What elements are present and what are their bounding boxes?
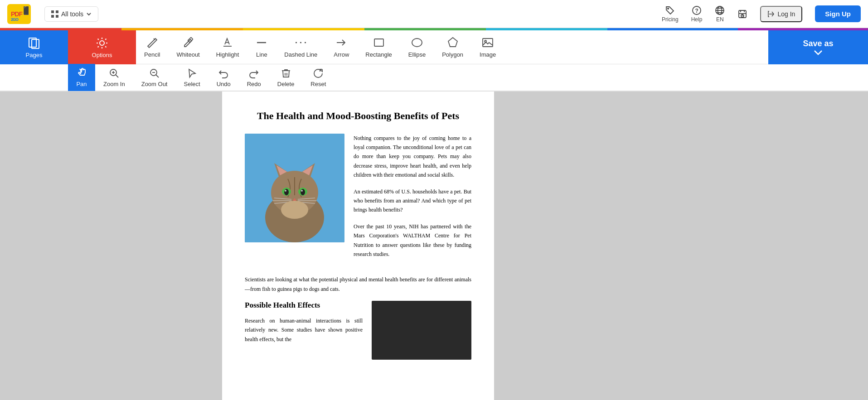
pricing-label: Pricing — [662, 16, 679, 23]
svg-point-52 — [285, 190, 286, 192]
pdf-bottom-section: Possible Health Effects Research on huma… — [245, 301, 471, 360]
redo-icon — [248, 68, 259, 79]
reset-button[interactable]: Reset — [302, 64, 334, 91]
svg-rect-5 — [56, 10, 58, 13]
pricing-nav[interactable]: Pricing — [662, 5, 679, 23]
pages-button[interactable]: Pages — [0, 30, 68, 64]
select-button[interactable]: Select — [175, 64, 208, 91]
pan-button[interactable]: Pan — [68, 64, 95, 91]
whiteout-button[interactable]: Whiteout — [168, 30, 208, 64]
options-button[interactable]: Options — [68, 30, 136, 64]
svg-point-8 — [668, 8, 669, 9]
svg-rect-7 — [56, 15, 58, 18]
svg-rect-6 — [51, 15, 54, 18]
rectangle-icon — [373, 36, 385, 49]
delete-icon — [281, 68, 291, 79]
zoom-in-label: Zoom In — [103, 81, 125, 87]
lang-label: EN — [716, 16, 724, 23]
login-icon — [767, 10, 775, 18]
main-area: The Health and Mood-Boosting Benefits of… — [0, 92, 868, 400]
redo-button[interactable]: Redo — [239, 64, 269, 91]
pdf-full-text: Scientists are looking at what the poten… — [245, 275, 471, 294]
svg-text:2GO: 2GO — [11, 17, 19, 22]
zoom-out-button[interactable]: Zoom Out — [133, 64, 176, 91]
svg-rect-4 — [51, 10, 54, 13]
delete-button[interactable]: Delete — [269, 64, 303, 91]
arrow-icon — [335, 36, 348, 49]
image-icon — [481, 36, 494, 49]
gear-icon — [95, 36, 109, 50]
dashed-line-button[interactable]: Dashed Line — [276, 30, 325, 64]
chevron-down-icon — [86, 11, 92, 17]
undo-button[interactable]: Undo — [209, 64, 239, 91]
sidebar-left — [0, 92, 222, 400]
help-nav[interactable]: ? Help — [691, 5, 703, 23]
line-label: Line — [256, 51, 267, 58]
highlight-label: Highlight — [216, 51, 239, 58]
all-tools-label: All tools — [61, 10, 83, 18]
select-icon — [187, 68, 198, 79]
svg-line-39 — [155, 74, 159, 77]
delete-label: Delete — [277, 81, 295, 87]
signup-button[interactable]: Sign Up — [815, 5, 861, 22]
zoom-in-icon — [109, 68, 120, 79]
reset-icon — [313, 68, 324, 79]
all-tools-button[interactable]: All tools — [44, 6, 98, 22]
pdf-title: The Health and Mood-Boosting Benefits of… — [245, 110, 471, 123]
save-as-button[interactable]: Save as — [768, 30, 868, 64]
svg-rect-30 — [374, 39, 383, 46]
highlight-button[interactable]: Highlight — [208, 30, 247, 64]
undo-icon — [218, 68, 229, 79]
redo-label: Redo — [247, 81, 261, 87]
save-as-label: Save as — [803, 39, 833, 48]
history-nav[interactable] — [737, 9, 747, 19]
svg-rect-16 — [739, 10, 746, 18]
svg-line-35 — [115, 74, 118, 77]
image-button[interactable]: Image — [471, 30, 504, 64]
ellipse-label: Ellipse — [408, 51, 426, 58]
svg-text:?: ? — [695, 8, 698, 14]
undo-label: Undo — [217, 81, 231, 87]
chevron-down-icon — [813, 49, 823, 56]
options-label: Options — [92, 52, 112, 58]
login-button[interactable]: Log In — [760, 6, 802, 22]
select-label: Select — [184, 81, 200, 87]
zoom-in-button[interactable]: Zoom In — [95, 64, 133, 91]
arrow-button[interactable]: Arrow — [325, 30, 357, 64]
pdf-text-left: Possible Health Effects Research on huma… — [245, 301, 363, 360]
login-label: Log In — [777, 10, 795, 18]
polygon-label: Polygon — [442, 51, 463, 58]
pdf-text-block: Nothing compares to the joy of coming ho… — [354, 134, 471, 266]
pages-label: Pages — [26, 52, 43, 58]
svg-point-53 — [301, 190, 303, 192]
zoom-out-icon — [149, 68, 160, 79]
line-button[interactable]: Line — [247, 30, 276, 64]
pdf-cat-section: Nothing compares to the joy of coming ho… — [245, 134, 471, 266]
logo-box: PDF 2GO ⬛ — [7, 4, 31, 24]
dark-image — [372, 301, 471, 360]
pan-label: Pan — [76, 81, 87, 87]
lang-nav[interactable]: EN — [715, 5, 725, 23]
logo[interactable]: PDF 2GO ⬛ — [7, 4, 31, 24]
pencil-label: Pencil — [144, 51, 160, 58]
zoom-out-label: Zoom Out — [141, 81, 168, 87]
pdf-para3: Over the past 10 years, NIH has partnere… — [354, 222, 471, 259]
image-label: Image — [480, 51, 496, 58]
rectangle-label: Rectangle — [365, 51, 392, 58]
dashed-line-icon — [295, 36, 307, 49]
svg-point-24 — [100, 41, 104, 45]
pages-icon — [27, 36, 41, 50]
pdf-section2-title: Possible Health Effects — [245, 301, 363, 310]
rectangle-button[interactable]: Rectangle — [357, 30, 400, 64]
dashed-line-label: Dashed Line — [284, 51, 317, 58]
svg-point-51 — [301, 189, 305, 195]
polygon-button[interactable]: Polygon — [434, 30, 471, 64]
whiteout-label: Whiteout — [176, 51, 199, 58]
nav-right: Pricing ? Help EN — [662, 5, 861, 23]
ellipse-button[interactable]: Ellipse — [400, 30, 434, 64]
pencil-button[interactable]: Pencil — [136, 30, 168, 64]
help-icon: ? — [692, 5, 702, 15]
svg-point-31 — [412, 39, 422, 47]
svg-point-50 — [284, 189, 289, 195]
tag-icon — [665, 5, 675, 15]
